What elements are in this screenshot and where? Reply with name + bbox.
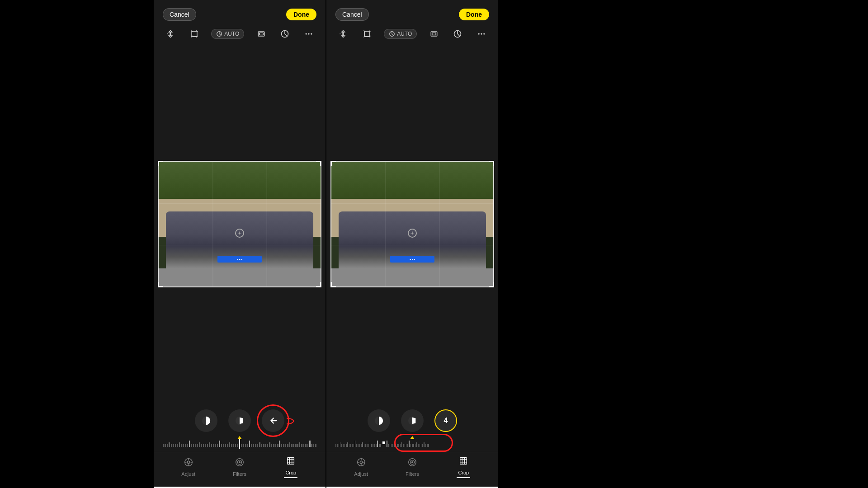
cancel-button-right[interactable]: Cancel [335,8,369,21]
contrast-button-right[interactable] [401,409,424,432]
bottom-controls-left: Adjust Filters [154,406,326,488]
svg-rect-21 [288,458,294,465]
svg-rect-30 [432,33,436,35]
yellow-triangle-right [410,436,415,439]
right-panel: Cancel Done AUTO [326,0,498,488]
svg-point-32 [478,33,479,34]
svg-point-39 [360,461,363,464]
number-button-right[interactable]: 4 [434,409,457,432]
svg-point-7 [308,33,309,34]
aspect-icon-left[interactable] [255,27,268,41]
circle-buttons-left [154,406,326,434]
slider-row-left [154,434,326,452]
done-button-right[interactable]: Done [459,9,489,20]
number-badge-right: 4 [434,409,457,432]
svg-marker-11 [240,418,243,424]
more-icon-right[interactable] [475,27,488,41]
car-body-left: ■ ■ ■ [166,211,313,268]
auto-button-left[interactable]: AUTO [211,29,244,39]
done-button-left[interactable]: Done [286,9,316,20]
left-panel: Cancel Done AUTO [154,0,326,488]
crop-tab-icon-left [286,456,296,468]
ground-left [158,268,321,287]
tab-underline-right [457,477,470,478]
svg-rect-47 [460,458,467,465]
rotate-icon-left[interactable] [188,27,201,41]
top-bar-left: Cancel Done [154,0,326,25]
image-area-left: ■ ■ ■ [154,42,326,406]
svg-rect-27 [364,31,370,37]
bottom-controls-right: 4 [326,406,498,488]
svg-point-13 [187,461,190,464]
crop-image-right: ■ ■ ■ [330,161,494,287]
tab-underline-left [284,477,297,478]
auto-button-right[interactable]: AUTO [384,29,417,39]
tab-filters-right[interactable]: Filters [399,457,426,477]
tab-bar-left: Adjust Filters [154,452,326,483]
filters-tab-label-left: Filters [233,471,246,477]
slider-row-right [326,434,498,452]
flip-icon-right[interactable] [336,27,350,41]
tab-crop-right[interactable]: Crop [450,456,477,478]
crop-image-left: ■ ■ ■ [158,161,321,287]
image-area-right: ■ ■ ■ [326,42,498,406]
tab-crop-left[interactable]: Crop [277,456,304,478]
contrast-button-left[interactable] [228,409,251,432]
svg-point-8 [311,33,312,34]
circle-buttons-right: 4 [326,406,498,434]
ruler-right[interactable] [335,436,489,449]
cancel-button-left[interactable]: Cancel [163,8,196,21]
crop-tab-icon-right [458,456,468,468]
aspect-icon-right[interactable] [427,27,441,41]
ground-right [330,268,494,287]
adjust-icon-left[interactable] [278,27,292,41]
svg-point-20 [239,462,241,463]
tab-bar-right: Adjust Filters [326,452,498,483]
adjust-tab-icon-right [356,457,366,469]
svg-point-46 [412,462,413,463]
crop-tab-label-right: Crop [458,470,469,475]
filters-tab-icon-right [407,457,417,469]
right-black-area [498,0,860,488]
brightness-button-right[interactable] [368,409,390,432]
ruler-left[interactable] [163,436,316,449]
top-bar-right: Cancel Done [326,0,498,25]
svg-marker-37 [412,418,415,424]
yellow-triangle-left [237,436,242,439]
filters-tab-icon-left [235,457,245,469]
car-sim-right: ■ ■ ■ [330,161,494,287]
tab-adjust-left[interactable]: Adjust [175,457,202,477]
flip-icon-left[interactable] [164,27,177,41]
brightness-button-left[interactable] [195,409,217,432]
tab-adjust-right[interactable]: Adjust [348,457,375,477]
left-black-area [0,0,154,488]
rotate-icon-right[interactable] [360,27,374,41]
filters-tab-label-right: Filters [406,471,419,477]
svg-rect-4 [259,33,263,35]
car-body-right: ■ ■ ■ [339,211,486,268]
svg-point-33 [481,33,482,34]
svg-point-34 [483,33,485,34]
adjust-tab-label-left: Adjust [181,471,195,477]
crop-tab-label-left: Crop [285,470,296,475]
tools-row-right: AUTO [326,25,498,42]
adjust-tab-label-right: Adjust [354,471,368,477]
tools-row-left: AUTO [154,25,326,42]
svg-point-6 [305,33,307,34]
car-sim-left: ■ ■ ■ [158,161,321,287]
svg-rect-1 [192,31,197,37]
tab-filters-left[interactable]: Filters [226,457,253,477]
more-icon-left[interactable] [302,27,316,41]
adjust-icon-right[interactable] [451,27,464,41]
back-button-left[interactable] [262,409,284,432]
adjust-tab-icon-left [184,457,193,469]
